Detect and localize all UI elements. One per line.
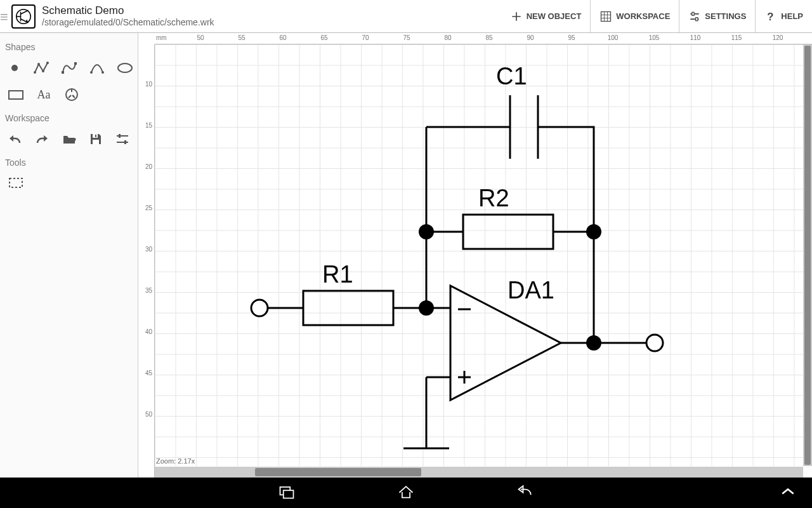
ruler-h-tick: 80 (444, 34, 451, 41)
help-label: HELP (781, 11, 803, 21)
canvas-area: mm 50556065707580859095100105110115120 1… (138, 33, 812, 478)
rectangle-tool[interactable] (8, 86, 24, 103)
ruler-v-tick: 20 (145, 163, 152, 170)
svg-rect-6 (601, 11, 611, 21)
home-button[interactable] (397, 483, 415, 503)
sidebar: Shapes Aa Workspace Tools (0, 33, 138, 478)
ellipse-tool[interactable] (117, 60, 133, 76)
svg-text:?: ? (767, 10, 773, 22)
vertical-scroll-thumb[interactable] (804, 46, 811, 465)
svg-rect-28 (119, 134, 121, 138)
zoom-indicator: Zoom: 2.17x (156, 457, 195, 465)
svg-rect-27 (95, 135, 96, 137)
workspace-button[interactable]: WORKSPACE (590, 0, 679, 32)
app-title: Schematic Demo (42, 4, 214, 17)
tools-section-label: Tools (5, 157, 133, 168)
svg-point-12 (37, 63, 40, 65)
horizontal-ruler: mm 50556065707580859095100105110115120 (155, 33, 812, 44)
expand-button[interactable] (779, 483, 797, 503)
settings-button[interactable]: SETTINGS (679, 0, 755, 32)
svg-point-34 (251, 300, 268, 316)
grid-icon (599, 10, 612, 23)
ruler-v-tick: 35 (145, 287, 152, 294)
svg-rect-30 (10, 178, 22, 187)
ruler-h-tick: 100 (608, 34, 619, 41)
settings-label: SETTINGS (705, 11, 746, 21)
vertical-scrollbar[interactable] (803, 44, 812, 466)
help-icon: ? (764, 10, 777, 23)
workspace-label: WORKSPACE (616, 11, 670, 21)
new-object-label: NEW OBJECT (527, 11, 582, 21)
selection-tool[interactable] (8, 175, 24, 192)
svg-rect-15 (62, 71, 64, 74)
titlebar: ≡ Schematic Demo /storage/emulated/0/Sch… (0, 0, 812, 33)
polyline-tool[interactable] (33, 60, 49, 76)
plus-icon (510, 10, 523, 23)
component-tool[interactable] (63, 86, 80, 103)
svg-point-40 (646, 335, 663, 351)
app-logo[interactable] (11, 4, 36, 29)
open-button[interactable] (61, 131, 76, 147)
workspace-section-label: Workspace (5, 113, 133, 123)
transistor-icon (14, 7, 33, 26)
svg-point-11 (34, 71, 36, 74)
vertical-ruler: 101520253035404550 (138, 44, 155, 478)
bezier-tool[interactable] (61, 60, 77, 76)
point-tool[interactable] (8, 60, 22, 76)
android-navbar (0, 478, 812, 508)
svg-rect-26 (93, 140, 99, 144)
svg-rect-7 (692, 12, 694, 15)
horizontal-scroll-thumb[interactable] (255, 468, 421, 476)
svg-point-44 (419, 300, 434, 316)
ruler-v-tick: 40 (145, 328, 152, 335)
capacitor-c1-label: C1 (496, 63, 527, 90)
ruler-h-tick: 75 (403, 34, 410, 41)
svg-point-18 (102, 71, 104, 74)
svg-point-14 (46, 62, 49, 64)
svg-point-42 (419, 224, 434, 239)
back-button[interactable] (516, 483, 534, 503)
redo-button[interactable] (34, 131, 49, 147)
horizontal-scrollbar[interactable] (155, 467, 803, 478)
workspace-settings-button[interactable] (115, 131, 130, 147)
drawing-canvas[interactable]: C1 R2 R1 DA1 (155, 44, 812, 466)
new-object-button[interactable]: NEW OBJECT (501, 0, 591, 32)
ruler-h-tick: 105 (649, 34, 660, 41)
save-button[interactable] (88, 131, 103, 147)
resistor-r1-label: R1 (322, 261, 353, 288)
svg-rect-8 (696, 17, 698, 20)
ruler-h-tick: 60 (279, 34, 286, 41)
svg-marker-24 (44, 135, 48, 142)
svg-point-13 (42, 70, 44, 72)
drawer-edge-icon[interactable]: ≡ (0, 9, 8, 25)
arc-tool[interactable] (89, 60, 105, 76)
ruler-v-tick: 25 (145, 204, 152, 211)
svg-rect-47 (284, 490, 294, 498)
svg-point-17 (90, 71, 93, 74)
ruler-h-tick: 115 (731, 34, 742, 41)
file-path: /storage/emulated/0/Schematic/scheme.wrk (42, 17, 214, 28)
recent-apps-button[interactable] (278, 483, 296, 503)
ruler-unit-label: mm (156, 34, 167, 41)
schematic-drawing: C1 R2 R1 DA1 (155, 44, 812, 466)
ruler-v-tick: 50 (145, 411, 152, 418)
ruler-h-tick: 65 (320, 34, 327, 41)
ruler-h-tick: 70 (362, 34, 369, 41)
ruler-v-tick: 45 (145, 370, 152, 377)
sliders-icon (688, 10, 701, 23)
ruler-h-tick: 110 (690, 34, 701, 41)
svg-rect-20 (9, 91, 23, 99)
text-tool[interactable]: Aa (36, 86, 52, 103)
ruler-h-tick: 50 (197, 34, 204, 41)
svg-rect-29 (124, 140, 126, 144)
svg-rect-35 (303, 291, 393, 325)
ruler-v-tick: 10 (145, 81, 152, 88)
undo-button[interactable] (8, 131, 23, 147)
ruler-h-tick: 90 (527, 34, 534, 41)
svg-rect-16 (74, 62, 77, 65)
svg-rect-33 (463, 215, 553, 249)
help-button[interactable]: ? HELP (755, 0, 812, 32)
svg-marker-23 (10, 135, 13, 142)
svg-point-19 (118, 64, 132, 72)
svg-line-2 (21, 10, 29, 14)
